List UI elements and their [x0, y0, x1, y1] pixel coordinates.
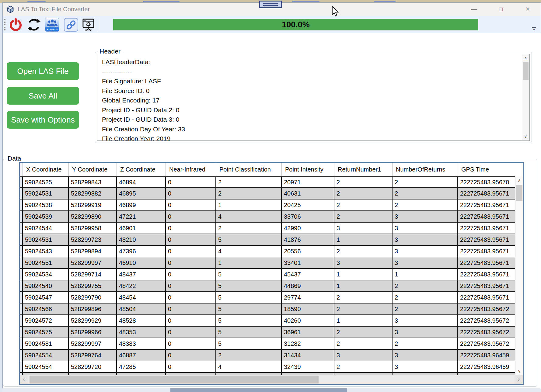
table-cell[interactable]: 48528	[117, 315, 166, 326]
row-header[interactable]	[20, 223, 23, 234]
table-cell[interactable]	[23, 373, 69, 375]
row-header[interactable]	[20, 304, 23, 314]
table-cell[interactable]: 222725483.95671	[458, 246, 523, 257]
table-row[interactable]: 5902458152829999748383053128222222725483…	[20, 338, 523, 350]
row-header[interactable]	[20, 292, 23, 303]
row-header[interactable]	[20, 327, 23, 338]
table-cell[interactable]: 3	[393, 211, 458, 222]
table-cell[interactable]: 222725483.95672	[458, 304, 523, 314]
table-cell[interactable]: 47221	[117, 211, 166, 222]
table-cell[interactable]: 3	[393, 315, 458, 326]
table-cell[interactable]: 20971	[282, 177, 334, 187]
column-header-point-classification[interactable]: Point Classification	[216, 163, 282, 176]
table-row[interactable]: 5902456652829989648504051859022222725483…	[20, 304, 523, 315]
table-cell[interactable]: 59024540	[23, 280, 69, 291]
table-cell[interactable]: 41876	[282, 234, 334, 245]
row-header[interactable]	[20, 361, 23, 372]
table-cell[interactable]: 46899	[117, 199, 166, 210]
table-cell[interactable]: 59024547	[23, 292, 69, 303]
table-cell[interactable]: 3	[393, 223, 458, 234]
table-cell[interactable]: 222725483.95671	[458, 234, 523, 245]
save-all-button[interactable]: Save All	[7, 87, 79, 105]
table-cell[interactable]: 33401	[282, 257, 334, 268]
table-row[interactable]: 5902454352829989447396042055623222725483…	[20, 246, 523, 257]
table-cell[interactable]: 20556	[282, 246, 334, 257]
table-cell[interactable]: 2	[216, 223, 282, 234]
table-cell[interactable]: 5	[216, 280, 282, 291]
table-cell[interactable]: 528299790	[69, 292, 117, 303]
table-cell[interactable]: 1	[334, 269, 393, 280]
column-header-z-coordinate[interactable]: Z Coordinate	[117, 163, 166, 176]
table-cell[interactable]: 3	[393, 234, 458, 245]
table-cell[interactable]: 36961	[282, 327, 334, 338]
table-cell[interactable]: 528299929	[69, 315, 117, 326]
scrollbar-thumb[interactable]	[516, 185, 522, 201]
table-cell[interactable]: 59024534	[23, 269, 69, 280]
table-cell[interactable]: 46894	[117, 177, 166, 187]
table-cell[interactable]: 2	[334, 292, 393, 303]
presentation-gear-icon[interactable]	[81, 18, 96, 32]
table-cell[interactable]: 0	[166, 304, 216, 314]
table-cell[interactable]: 47285	[117, 361, 166, 372]
table-cell[interactable]: 0	[166, 234, 216, 245]
table-cell[interactable]: 4	[216, 361, 282, 372]
table-cell[interactable]: 2	[334, 211, 393, 222]
table-cell[interactable]: 20425	[282, 199, 334, 210]
table-cell[interactable]: 528299755	[69, 280, 117, 291]
table-cell[interactable]: 2	[334, 246, 393, 257]
table-cell[interactable]: 0	[166, 257, 216, 268]
table-cell[interactable]: 528299714	[69, 269, 117, 280]
column-header-numberofreturns[interactable]: NumberOfReturns	[393, 163, 458, 176]
table-cell[interactable]: 2	[334, 177, 393, 187]
row-header[interactable]	[20, 188, 23, 199]
window-horizontal-scrollbar[interactable]	[2, 388, 541, 392]
table-cell[interactable]	[216, 373, 282, 375]
table-row[interactable]: 5902453152829972348210054187613222725483…	[20, 234, 523, 246]
table-cell[interactable]: 528299896	[69, 304, 117, 314]
scroll-down-icon[interactable]: ∨	[515, 367, 523, 375]
table-row[interactable]: 5902455452829976446887023143433222725483…	[20, 350, 523, 361]
table-cell[interactable]: 528299890	[69, 211, 117, 222]
table-cell[interactable]: 59024581	[23, 338, 69, 349]
table-cell[interactable]: 0	[166, 188, 216, 199]
table-cell[interactable]: 0	[166, 199, 216, 210]
table-cell[interactable]: 3	[334, 223, 393, 234]
table-cell[interactable]: 4	[216, 246, 282, 257]
column-header-near-infrared[interactable]: Near-Infrared	[166, 163, 216, 176]
table-cell[interactable]: 222725483.95671	[458, 188, 523, 199]
table-row[interactable]: 5902457552829996648353053696123222725483…	[20, 327, 523, 338]
table-cell[interactable]: 3	[393, 350, 458, 361]
table-cell[interactable]: 1	[334, 315, 393, 326]
table-row[interactable]: 5902454052829975548422054486912222725483…	[20, 280, 523, 292]
table-cell[interactable]: 2	[216, 188, 282, 199]
scrollbar-thumb[interactable]	[170, 388, 347, 392]
row-header[interactable]	[20, 373, 23, 375]
table-cell[interactable]: 46910	[117, 257, 166, 268]
table-cell[interactable]: 0	[166, 361, 216, 372]
scroll-down-icon[interactable]: ∨	[522, 133, 529, 140]
power-icon[interactable]	[9, 18, 23, 32]
table-cell[interactable]: 59024531	[23, 234, 69, 245]
table-cell[interactable]: 4	[216, 211, 282, 222]
column-header-gps-time[interactable]: GPS Time	[458, 163, 523, 176]
table-cell[interactable]: 40631	[282, 188, 334, 199]
row-header[interactable]	[20, 338, 23, 349]
window-drag-handle[interactable]	[259, 1, 282, 8]
table-cell[interactable]: 5	[216, 315, 282, 326]
table-cell[interactable]: 5	[216, 304, 282, 314]
table-row[interactable]: 5902453952829989047221043370623222725483…	[20, 211, 523, 223]
table-cell[interactable]: 59024575	[23, 327, 69, 338]
table-cell[interactable]: 2	[393, 292, 458, 303]
column-header-y-coordinate[interactable]: Y Coordinate	[69, 163, 117, 176]
table-cell[interactable]: 32439	[282, 361, 334, 372]
table-cell[interactable]: 44869	[282, 280, 334, 291]
table-cell[interactable]: 0	[166, 327, 216, 338]
table-cell[interactable]: 2	[393, 280, 458, 291]
row-header[interactable]	[20, 257, 23, 268]
table-cell[interactable]: 2	[334, 338, 393, 349]
row-header[interactable]	[20, 269, 23, 280]
table-cell[interactable]	[69, 373, 117, 375]
table-cell[interactable]: 31282	[282, 338, 334, 349]
table-row[interactable]: 5902454452829995846901024299033222725483…	[20, 223, 523, 234]
table-cell[interactable]: 5	[216, 338, 282, 349]
